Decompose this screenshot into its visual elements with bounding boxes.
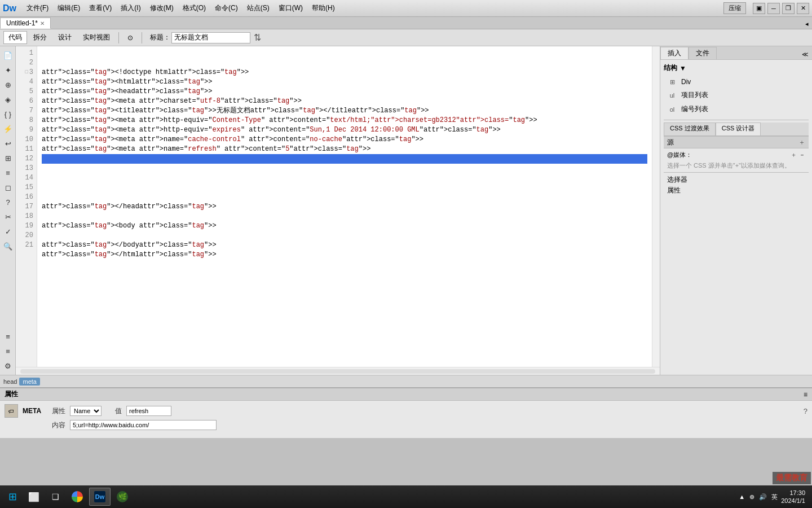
- menu-insert[interactable]: 插入(I): [116, 2, 145, 15]
- taskbar-dreamweaver[interactable]: Dw: [89, 488, 111, 506]
- horizontal-scrollbar[interactable]: [16, 367, 660, 375]
- volume-icon[interactable]: 🔊: [758, 492, 768, 502]
- sidebar-dom-icon[interactable]: ≡: [1, 166, 15, 179]
- menu-window[interactable]: 窗口(W): [274, 2, 307, 15]
- code-line-16[interactable]: [42, 212, 647, 221]
- menu-command[interactable]: 命令(C): [210, 2, 242, 15]
- code-line-11[interactable]: [42, 164, 647, 173]
- sidebar-insert-icon[interactable]: ⊕: [1, 78, 15, 91]
- sidebar-file-icon[interactable]: 📄: [1, 49, 15, 62]
- titlebar-icon[interactable]: ▣: [753, 3, 765, 14]
- sidebar-query-icon[interactable]: ?: [1, 195, 15, 209]
- sidebar-components-icon[interactable]: ⊞: [1, 151, 15, 165]
- document-tab[interactable]: Untitled-1* ✕: [0, 17, 51, 29]
- menu-file[interactable]: 文件(F): [22, 2, 53, 15]
- search-button[interactable]: ⬜: [24, 488, 44, 506]
- close-button[interactable]: ✕: [797, 3, 809, 14]
- tab-file[interactable]: 文件: [689, 47, 717, 59]
- sidebar-history-icon[interactable]: ↩: [1, 137, 15, 150]
- ime-icon[interactable]: 英: [770, 492, 779, 502]
- code-line-10[interactable]: [42, 154, 647, 164]
- tag-chip-meta[interactable]: meta: [19, 378, 39, 386]
- code-line-19[interactable]: attr">class="tag"></bodyattr">class="tag…: [42, 240, 647, 250]
- code-line-1[interactable]: attr">class="tag"><!doctype htmlattr">cl…: [42, 68, 647, 77]
- menu-help[interactable]: 帮助(H): [307, 2, 339, 15]
- code-line-21[interactable]: [42, 260, 647, 269]
- maximize-button[interactable]: ❐: [782, 3, 795, 14]
- tab-close-icon[interactable]: ✕: [40, 20, 45, 27]
- compress-button[interactable]: 压缩: [723, 2, 746, 14]
- live-view-button[interactable]: 实时视图: [78, 31, 115, 44]
- sidebar-asset-icon[interactable]: ✦: [1, 63, 15, 77]
- code-line-2[interactable]: attr">class="tag"><htmlattr">class="tag"…: [42, 77, 647, 87]
- css-transitions-tab[interactable]: CSS 过渡效果: [664, 122, 716, 135]
- network-icon[interactable]: ⊕: [748, 492, 756, 502]
- sidebar-bottom2-icon[interactable]: ≡: [1, 344, 15, 358]
- vertical-scrollbar[interactable]: [652, 46, 660, 367]
- split-view-button[interactable]: 拆分: [28, 31, 52, 44]
- sidebar-settings-icon[interactable]: ⚙: [1, 359, 15, 373]
- code-line-13[interactable]: [42, 183, 647, 192]
- struct-item-ol[interactable]: ol 编号列表: [664, 103, 809, 116]
- code-line-18[interactable]: [42, 231, 647, 240]
- sidebar-code-icon[interactable]: { }: [1, 107, 15, 121]
- code-container[interactable]: 12□3456789101112131415161718192021 attr"…: [16, 46, 660, 367]
- struct-item-ul[interactable]: ul 项目列表: [664, 89, 809, 102]
- tab-insert[interactable]: 插入: [660, 47, 689, 59]
- sidebar-bottom1-icon[interactable]: ≡: [1, 330, 15, 343]
- code-view-button[interactable]: 代码: [3, 31, 27, 44]
- css-designer-tab[interactable]: CSS 设计器: [716, 122, 761, 135]
- structure-dropdown-icon[interactable]: ▼: [679, 64, 686, 72]
- code-editor[interactable]: attr">class="tag"><!doctype htmlattr">cl…: [37, 46, 652, 367]
- code-line-12[interactable]: [42, 173, 647, 183]
- sidebar-snippets-icon[interactable]: ✂: [1, 210, 15, 224]
- taskbar-app2[interactable]: 🌿: [112, 488, 133, 506]
- menu-modify[interactable]: 修改(M): [145, 2, 178, 15]
- help-icon[interactable]: ?: [804, 407, 807, 415]
- minimize-button[interactable]: ─: [767, 3, 780, 14]
- code-line-15[interactable]: attr">class="tag"></headattr">class="tag…: [42, 202, 647, 212]
- struct-item-div[interactable]: ⊞ Div: [664, 76, 809, 87]
- sidebar-search-icon[interactable]: 🔍: [1, 239, 15, 253]
- properties-collapse-icon[interactable]: ≡: [804, 391, 807, 398]
- code-line-6[interactable]: attr">class="tag"><meta attr">http-equiv…: [42, 116, 647, 125]
- code-line-3[interactable]: attr">class="tag"><headattr">class="tag"…: [42, 87, 647, 97]
- taskview-button[interactable]: ❑: [45, 488, 65, 506]
- attr-select[interactable]: Name: [70, 406, 102, 416]
- design-view-button[interactable]: 设计: [53, 31, 77, 44]
- sidebar-behaviors-icon[interactable]: ⚡: [1, 122, 15, 135]
- menu-view[interactable]: 查看(V): [85, 2, 116, 15]
- menu-site[interactable]: 站点(S): [242, 2, 274, 15]
- css-add-icon[interactable]: ＋: [798, 138, 805, 147]
- refresh-icon[interactable]: ⇅: [254, 32, 261, 43]
- page-title-input[interactable]: [171, 32, 250, 43]
- clock[interactable]: 17:30 2024/1/1: [781, 489, 805, 505]
- line-number-4: 4: [16, 77, 37, 87]
- sys-tray-expand-icon[interactable]: ▲: [738, 492, 746, 501]
- menu-format[interactable]: 格式(O): [178, 2, 210, 15]
- sidebar-elements-icon[interactable]: ◻: [1, 181, 15, 194]
- inspect-button[interactable]: ⊙: [122, 32, 138, 43]
- menu-edit[interactable]: 编辑(E): [53, 2, 85, 15]
- code-line-14[interactable]: [42, 192, 647, 202]
- panel-collapse-icon[interactable]: ◂: [802, 19, 812, 29]
- watermark: 最需教育: [773, 472, 811, 484]
- code-line-5[interactable]: attr">class="tag"><titleattr">class="tag…: [42, 106, 647, 116]
- taskbar-chrome[interactable]: [67, 488, 88, 506]
- sidebar-check-icon[interactable]: ✓: [1, 225, 15, 238]
- right-panel-collapse-icon[interactable]: ≪: [798, 50, 812, 59]
- breadcrumb-head[interactable]: head: [3, 378, 17, 385]
- code-line-8[interactable]: attr">class="tag"><meta attr">name="cach…: [42, 135, 647, 144]
- code-line-7[interactable]: attr">class="tag"><meta attr">http-equiv…: [42, 125, 647, 135]
- css-media-add-icon[interactable]: ＋: [791, 151, 797, 159]
- code-line-9[interactable]: attr">class="tag"><meta attr">name="refr…: [42, 144, 647, 154]
- start-button[interactable]: ⊞: [2, 488, 23, 506]
- sidebar-css-icon[interactable]: ◈: [1, 93, 15, 106]
- code-line-17[interactable]: attr">class="tag"><body attr">class="tag…: [42, 221, 647, 231]
- fold-icon[interactable]: □: [25, 68, 28, 77]
- code-line-4[interactable]: attr">class="tag"><meta attr">charset="u…: [42, 97, 647, 106]
- val-input[interactable]: [126, 406, 171, 416]
- code-line-20[interactable]: attr">class="tag"></htmlattr">class="tag…: [42, 250, 647, 260]
- css-media-delete-icon[interactable]: －: [799, 151, 805, 159]
- content-input[interactable]: [70, 420, 217, 430]
